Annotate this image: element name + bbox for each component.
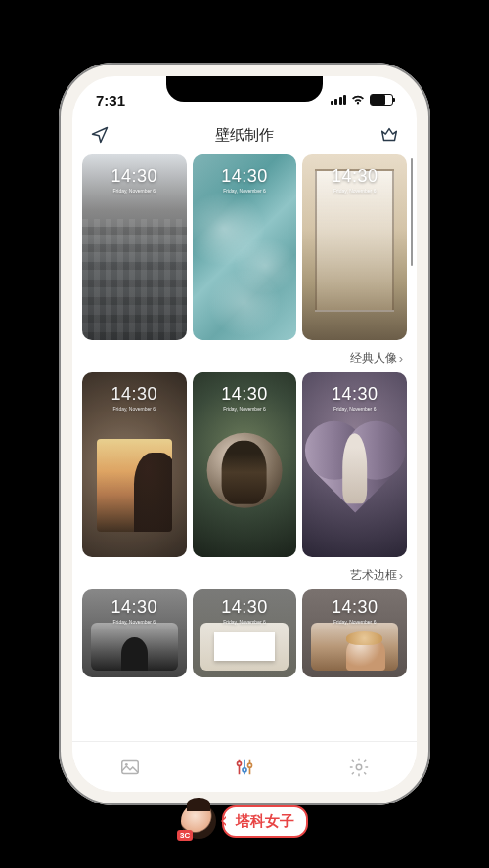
tab-gallery[interactable] [111,748,150,787]
lockscreen-preview: 14:30 Friday, November 6 [193,384,297,412]
screen: 7:31 壁纸制作 14:30 Friday, No [72,76,417,792]
chevron-right-icon: › [399,568,403,583]
art-frame-overlay [311,623,399,671]
svg-point-7 [247,763,251,767]
wallpaper-card[interactable]: 14:30 Friday, November 6 [82,372,187,558]
app-header: 壁纸制作 [72,115,417,154]
svg-point-5 [243,767,246,771]
heart-figure [342,433,368,503]
watermark-avatar: 3C [181,803,216,839]
page-title: 壁纸制作 [215,126,274,145]
wallpaper-card[interactable]: 14:30 Friday, November 6 [193,589,297,677]
section-label: 经典人像 [350,350,397,367]
tab-bar [72,741,417,792]
wallpaper-grid-frame: 14:30 Friday, November 6 14:30 Friday, N… [82,589,407,677]
section-header-frame[interactable]: 艺术边框 › [82,557,407,589]
svg-point-3 [237,761,241,765]
chevron-right-icon: › [399,351,403,366]
watermark-text: 塔科女子 [222,805,308,838]
battery-icon [370,94,393,106]
wallpaper-card[interactable]: 14:30 Friday, November 6 [193,154,297,340]
sliders-icon [234,757,255,778]
wallpaper-card[interactable]: 14:30 Friday, November 6 [302,154,407,340]
lockscreen-preview: 14:30 Friday, November 6 [82,597,187,625]
wallpaper-card[interactable]: 14:30 Friday, November 6 [302,589,407,677]
wallpaper-card[interactable]: 14:30 Friday, November 6 [302,372,407,558]
content-scroll[interactable]: 14:30 Friday, November 6 14:30 Friday, N… [72,154,417,741]
scrollbar[interactable] [411,158,413,266]
send-icon[interactable] [88,123,111,147]
svg-point-1 [125,762,128,765]
lockscreen-preview: 14:30 Friday, November 6 [302,384,407,412]
wallpaper-grid-scenery: 14:30 Friday, November 6 14:30 Friday, N… [82,154,407,340]
lockscreen-preview: 14:30 Friday, November 6 [302,597,407,625]
status-time: 7:31 [96,92,125,108]
lockscreen-preview: 14:30 Friday, November 6 [302,166,407,194]
section-label: 艺术边框 [350,567,397,584]
svg-rect-0 [121,760,138,773]
art-frame-overlay [200,623,289,671]
lockscreen-preview: 14:30 Friday, November 6 [82,166,187,194]
gallery-icon [119,757,141,778]
tab-settings[interactable] [339,748,378,787]
cellular-icon [331,95,347,105]
wifi-icon [350,94,366,106]
lockscreen-preview: 14:30 Friday, November 6 [193,597,297,625]
portrait-circle-overlay [207,433,283,508]
wallpaper-card[interactable]: 14:30 Friday, November 6 [82,154,187,340]
section-header-portrait[interactable]: 经典人像 › [82,340,407,372]
crown-icon[interactable] [378,123,401,147]
watermark: 3C 塔科女子 [181,803,308,839]
status-indicators [331,94,394,106]
phone-frame: 7:31 壁纸制作 14:30 Friday, No [59,63,430,805]
art-frame-overlay [91,623,179,671]
watermark-badge: 3C [177,830,193,841]
portrait-rect-overlay [97,439,172,532]
svg-point-8 [357,764,363,770]
wallpaper-card[interactable]: 14:30 Friday, November 6 [82,589,187,677]
gear-icon [348,757,370,778]
lockscreen-preview: 14:30 Friday, November 6 [193,166,297,194]
wallpaper-grid-portrait: 14:30 Friday, November 6 14:30 Friday, N… [82,372,407,558]
tab-adjust[interactable] [225,748,264,787]
notch [166,76,323,102]
lockscreen-preview: 14:30 Friday, November 6 [82,384,187,412]
wallpaper-card[interactable]: 14:30 Friday, November 6 [193,372,297,558]
